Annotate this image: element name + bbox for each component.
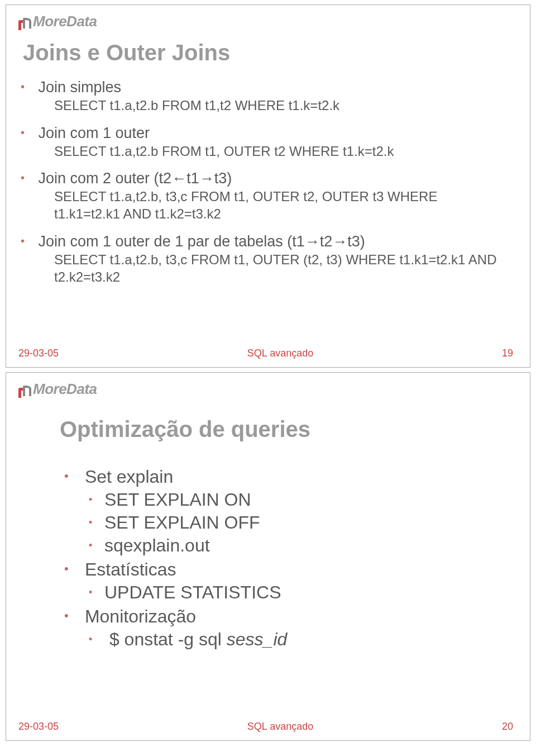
sub-text: $ onstat -g sql <box>109 629 227 649</box>
sub-item: UPDATE STATISTICS <box>104 582 518 603</box>
slide-title: Optimização de queries <box>60 417 518 442</box>
footer-date: 29-03-05 <box>18 348 59 359</box>
slide-footer: 29-03-05 SQL avançado 20 <box>18 721 513 733</box>
footer-mid: SQL avançado <box>59 721 502 733</box>
bullet-label: Join com 2 outer (t2←t1→t3) <box>39 170 232 187</box>
slide-title: Joins e Outer Joins <box>23 40 518 65</box>
bullet-label: Estatísticas <box>85 559 176 579</box>
bullet-item: Join com 1 outer de 1 par de tabelas (t1… <box>34 233 518 286</box>
bullet-item: Join com 1 outer SELECT t1.a,t2.b FROM t… <box>34 125 518 160</box>
logo-icon <box>18 16 31 28</box>
logo-icon <box>18 383 31 396</box>
sub-item: sqexplain.out <box>104 535 518 556</box>
slide-2: MoreData Optimização de queries Set expl… <box>6 372 530 741</box>
bullet-item: Estatísticas UPDATE STATISTICS <box>80 559 518 603</box>
footer-page: 20 <box>502 721 513 733</box>
bullet-list: Set explain SET EXPLAIN ON SET EXPLAIN O… <box>80 467 518 650</box>
footer-page: 19 <box>502 348 513 359</box>
slide-footer: 29-03-05 SQL avançado 19 <box>18 348 513 359</box>
footer-mid: SQL avançado <box>59 348 502 359</box>
sub-list: UPDATE STATISTICS <box>104 582 518 603</box>
sql-text: SELECT t1.a,t2.b FROM t1, OUTER t2 WHERE… <box>54 143 501 160</box>
sub-list: SET EXPLAIN ON SET EXPLAIN OFF sqexplain… <box>104 489 518 556</box>
bullet-label: Join com 1 outer <box>39 125 150 141</box>
sub-item: SET EXPLAIN OFF <box>104 512 518 533</box>
sub-item: SET EXPLAIN ON <box>104 489 518 510</box>
bullet-item: Set explain SET EXPLAIN ON SET EXPLAIN O… <box>80 467 518 556</box>
bullet-item: Monitorização $ onstat -g sql sess_id <box>80 606 518 650</box>
bullet-list: Join simples SELECT t1.a,t2.b FROM t1,t2… <box>34 79 518 286</box>
bullet-item: Join com 2 outer (t2←t1→t3) SELECT t1.a,… <box>34 170 518 222</box>
bullet-item: Join simples SELECT t1.a,t2.b FROM t1,t2… <box>34 79 518 115</box>
sub-text-italic: sess_id <box>227 629 288 649</box>
footer-date: 29-03-05 <box>18 721 59 733</box>
bullet-label: Join com 1 outer de 1 par de tabelas (t1… <box>39 233 365 250</box>
logo: MoreData <box>18 381 518 398</box>
logo-text: MoreData <box>33 381 97 398</box>
logo-text: MoreData <box>33 13 97 30</box>
bullet-label: Monitorização <box>85 606 196 626</box>
sub-item: $ onstat -g sql sess_id <box>104 629 518 650</box>
bullet-label: Set explain <box>85 467 173 487</box>
sql-text: SELECT t1.a,t2.b, t3,c FROM t1, OUTER (t… <box>54 251 501 286</box>
logo: MoreData <box>18 13 518 30</box>
bullet-label: Join simples <box>39 79 122 96</box>
slide-1: MoreData Joins e Outer Joins Join simple… <box>6 4 530 368</box>
sql-text: SELECT t1.a,t2.b FROM t1,t2 WHERE t1.k=t… <box>54 97 501 115</box>
sub-list: $ onstat -g sql sess_id <box>104 629 518 650</box>
sql-text: SELECT t1.a,t2.b, t3,c FROM t1, OUTER t2… <box>54 188 501 222</box>
